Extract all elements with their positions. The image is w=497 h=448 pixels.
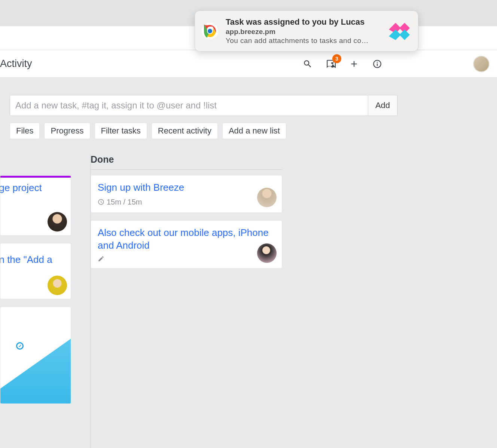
task-title: Sign up with Breeze [98,181,275,194]
task-card[interactable] [0,307,71,404]
check-circle-icon [16,342,24,350]
svg-point-3 [208,29,212,33]
clock-icon [98,199,104,205]
add-task-input[interactable] [10,95,368,116]
notification-description: You can add attachments to tasks and co… [226,37,372,45]
notification-title: Task was assigned to you by Lucas [226,17,383,27]
left-column: nge project on the "Add a [0,154,74,411]
task-card[interactable]: nge project [0,176,71,236]
chart-thumbnail [0,336,71,403]
add-button[interactable]: Add [368,95,397,116]
svg-marker-0 [0,336,71,403]
notification-body: Task was assigned to you by Lucas app.br… [226,17,383,45]
assignee-avatar [48,212,67,231]
pill-row: Files Progress Filter tasks Recent activ… [10,123,487,139]
search-icon[interactable] [302,58,314,70]
content-area: Add Files Progress Filter tasks Recent a… [0,78,497,411]
files-pill[interactable]: Files [10,123,40,139]
task-meta: 15m / 15m [98,198,275,206]
add-new-list-pill[interactable]: Add a new list [222,123,286,139]
page-title: Activity [0,58,32,70]
pencil-icon [98,255,104,262]
info-icon[interactable] [371,58,383,70]
column-title: Done [91,154,282,170]
progress-pill[interactable]: Progress [44,123,90,139]
assignee-avatar [48,276,67,295]
breeze-logo-icon [387,18,412,44]
add-task-row: Add [10,95,397,116]
recent-activity-pill[interactable]: Recent activity [152,123,218,139]
task-title: nge project [0,178,71,194]
task-card[interactable]: Also check out our mobile apps, iPhone a… [91,220,282,269]
task-card[interactable]: on the "Add a [0,243,71,299]
task-title: on the "Add a [0,243,71,266]
plus-icon[interactable] [348,58,360,70]
done-column: Done Sign up with Breeze 15m / 15m Also … [91,154,282,411]
chat-icon[interactable]: 3 [325,58,337,70]
assignee-avatar [257,188,277,207]
task-card[interactable]: Sign up with Breeze 15m / 15m [91,175,282,213]
filter-tasks-pill[interactable]: Filter tasks [95,123,147,139]
chrome-icon [201,22,219,40]
task-title: Also check out our mobile apps, iPhone a… [98,227,275,252]
time-label: 15m / 15m [107,198,142,206]
notification-toast[interactable]: Task was assigned to you by Lucas app.br… [195,10,418,52]
main-header: Activity 3 [0,50,497,78]
task-meta [98,255,275,262]
board: nge project on the "Add a [10,154,487,411]
header-icons: 3 [302,56,490,72]
user-avatar[interactable] [473,56,490,72]
notification-domain: app.breeze.pm [226,28,383,36]
assignee-avatar [257,243,277,263]
notification-badge: 3 [332,54,341,63]
